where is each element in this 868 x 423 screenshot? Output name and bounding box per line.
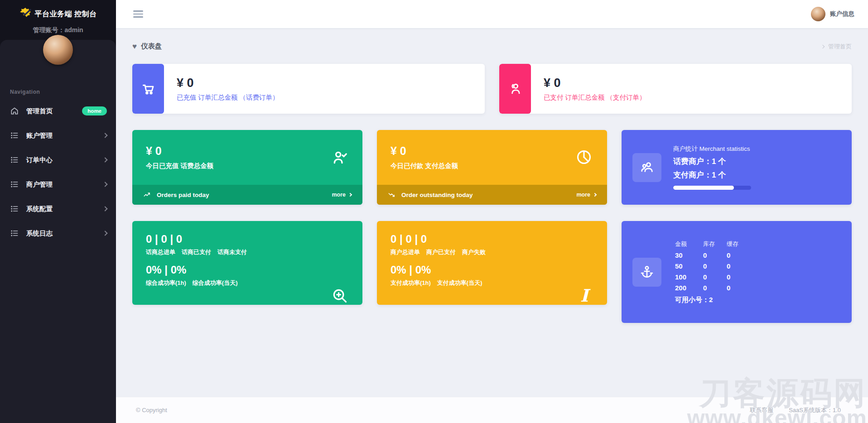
more-button[interactable]: more	[576, 192, 596, 198]
today-payment-desc: 今日已付款 支付总金额	[391, 162, 458, 170]
today-payment-card: ¥ 0 今日已付款 支付总金额 Order outstanding today	[377, 130, 607, 205]
dashboard-content: ♥ 仪表盘 管理首页 ¥ 0 已充值 订单汇总金	[116, 28, 868, 397]
list-icon	[10, 204, 19, 213]
cart-icon	[140, 81, 156, 96]
stat-label: 商户总进单	[391, 248, 420, 256]
home-icon	[10, 106, 19, 115]
list-icon	[10, 229, 19, 238]
sidebar-item-label: 订单中心	[26, 156, 53, 164]
more-button[interactable]: more	[332, 192, 352, 198]
stat-label: 支付成功率(1h)	[391, 279, 431, 287]
heart-icon: ♥	[132, 42, 137, 51]
sidebar-item-label: 商户管理	[26, 180, 53, 189]
stat-label: 综合成功率(当天)	[193, 279, 238, 287]
chevron-right-icon	[102, 182, 107, 187]
sidebar-item-label: 系统配置	[26, 205, 53, 213]
list-icon	[10, 155, 19, 164]
inventory-cell: 0	[703, 284, 727, 292]
sidebar-item-merchants[interactable]: 商户管理	[0, 175, 116, 194]
sidebar-avatar[interactable]	[43, 35, 73, 65]
account-info-label: 账户信息	[830, 10, 854, 18]
phone-counts: 0 | 0 | 0	[146, 233, 349, 245]
sidebar-item-label: 系统日志	[26, 229, 53, 238]
anchor-iconbox	[632, 258, 661, 287]
trend-up-icon	[143, 191, 151, 199]
users-icon	[639, 160, 655, 175]
chevron-right-icon	[348, 193, 352, 197]
recharge-total-card: ¥ 0 已充值 订单汇总金额 （话费订单）	[132, 64, 485, 114]
merchant-pay-stats-card: 0 | 0 | 0 商户总进单 商户已支付 商户失败 0% | 0% 支付成功率…	[377, 221, 607, 305]
zoom-in-icon	[331, 287, 349, 304]
phone-success-rates: 0% | 0%	[146, 264, 349, 276]
users-icon	[507, 81, 523, 96]
breadcrumb-link[interactable]: 管理首页	[828, 43, 852, 51]
stat-label: 支付成功率(当天)	[437, 279, 482, 287]
stat-label: 话商未支付	[217, 248, 247, 256]
inventory-cell: 30	[675, 251, 703, 259]
today-recharge-footer: Orders paid today more	[132, 185, 362, 205]
inventory-cell: 0	[727, 273, 750, 281]
footer-caption: Order outstanding today	[401, 192, 473, 198]
breadcrumb-chevron-icon	[821, 44, 825, 48]
chevron-right-icon	[102, 133, 107, 138]
recharge-desc: 已充值 订单汇总金额 （话费订单）	[177, 93, 279, 102]
sidebar: 平台业务端 控制台 管理账号：admin Navigation 管理首页 hom…	[0, 0, 116, 423]
today-payment-footer: Order outstanding today more	[377, 185, 607, 205]
paid-desc: 已支付 订单汇总金额 （支付订单）	[544, 93, 646, 102]
italic-i-icon: I	[575, 287, 593, 304]
stat-label: 综合成功率(1h)	[146, 279, 186, 287]
user-check-icon	[331, 149, 349, 167]
header-avatar	[811, 7, 825, 21]
inventory-table: 金额 库存 缓存 30 0 0 50 0 0 100 0 0 2	[675, 240, 750, 292]
page-title: 仪表盘	[141, 42, 162, 51]
contact-support-link[interactable]: 联系客服	[750, 406, 773, 414]
stat-label: 商户已支付	[426, 248, 456, 256]
nav-section-label: Navigation	[10, 89, 116, 95]
top-header: 账户信息	[116, 0, 868, 28]
sidebar-item-dashboard[interactable]: 管理首页 home	[0, 101, 116, 120]
recharge-amount: ¥ 0	[177, 76, 279, 90]
sidebar-item-orders[interactable]: 订单中心	[0, 150, 116, 169]
pay-success-rates: 0% | 0%	[391, 264, 593, 276]
sidebar-nav: Navigation 管理首页 home 账户管理 订单中心	[0, 40, 116, 423]
footer: © Copyright 联系客服 SaaS系统版本：1.0	[116, 397, 868, 423]
today-recharge-desc: 今日已充值 话费总金额	[146, 162, 213, 170]
merchant-progress-fill	[673, 186, 734, 190]
brand: 平台业务端 控制台	[0, 0, 116, 21]
phone-stats-card: 0 | 0 | 0 话商总进单 话商已支付 话商未支付 0% | 0% 综合成功…	[132, 221, 362, 305]
cart-iconbox	[132, 64, 164, 114]
stats-row: 0 | 0 | 0 话商总进单 话商已支付 话商未支付 0% | 0% 综合成功…	[132, 221, 852, 323]
footer-caption: Orders paid today	[157, 192, 209, 198]
account-info-button[interactable]: 账户信息	[811, 7, 854, 21]
stat-label: 话商已支付	[182, 248, 211, 256]
merchant-stats-card: 商户统计 Merchant statistics 话费商户：1 个 支付商户：1…	[622, 130, 852, 205]
page-title-row: ♥ 仪表盘 管理首页	[132, 42, 852, 51]
breadcrumb: 管理首页	[821, 43, 852, 51]
pie-chart-icon	[575, 149, 593, 167]
version-label: SaaS系统版本：1.0	[789, 406, 841, 414]
app-title: 平台业务端 控制台	[35, 10, 97, 19]
phone-merchants-line: 话费商户：1 个	[673, 156, 751, 167]
users-iconbox	[632, 153, 661, 182]
inventory-cell: 50	[675, 262, 703, 270]
pay-merchants-line: 支付商户：1 个	[673, 170, 751, 180]
admin-account-label: 管理账号：admin	[0, 26, 116, 34]
sidebar-item-system-config[interactable]: 系统配置	[0, 199, 116, 218]
menu-toggle-icon[interactable]	[133, 9, 143, 19]
inventory-cell: 0	[703, 251, 727, 259]
sidebar-item-label: 管理首页	[26, 107, 53, 115]
stat-label: 商户失败	[462, 248, 486, 256]
list-icon	[10, 131, 19, 140]
sidebar-item-system-logs[interactable]: 系统日志	[0, 224, 116, 243]
inventory-cell: 0	[727, 262, 750, 270]
merchant-stats-title: 商户统计 Merchant statistics	[673, 145, 751, 153]
sidebar-item-accounts[interactable]: 账户管理	[0, 126, 116, 145]
chevron-right-icon	[102, 231, 107, 236]
chevron-right-icon	[593, 193, 597, 197]
trend-down-icon	[388, 191, 396, 199]
paid-total-card: ¥ 0 已支付 订单汇总金额 （支付订单）	[499, 64, 852, 114]
anchor-icon	[640, 265, 654, 279]
app-root: 平台业务端 控制台 管理账号：admin Navigation 管理首页 hom…	[0, 0, 868, 423]
summary-row: ¥ 0 已充值 订单汇总金额 （话费订单） ¥ 0 已支付 订单汇总金额 （支付…	[132, 64, 852, 114]
inventory-cell: 200	[675, 284, 703, 292]
